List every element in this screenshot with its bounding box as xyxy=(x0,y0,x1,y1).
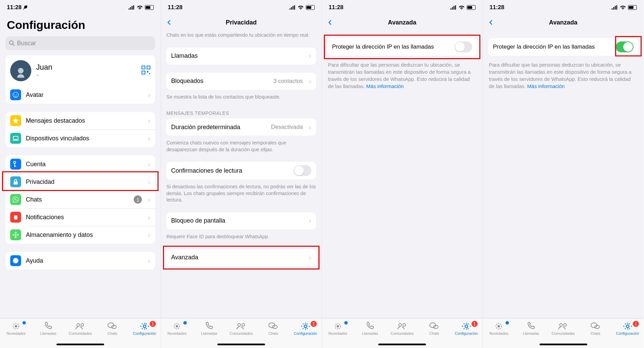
row-notifications[interactable]: Notificaciones › xyxy=(5,208,155,226)
tab-calls[interactable]: Llamadas xyxy=(32,322,64,335)
row-read-receipts[interactable]: Confirmaciones de lectura xyxy=(166,162,316,179)
profile-row[interactable]: Juan ~ xyxy=(5,55,155,86)
row-blocked[interactable]: Bloqueados3 contactos› xyxy=(166,73,316,90)
profile-subtitle: ~ xyxy=(36,72,137,79)
temp-header: MENSAJES TEMPORALES xyxy=(161,109,321,119)
chats-badge: 1 xyxy=(134,195,142,204)
nav-title: Avanzada xyxy=(388,19,416,26)
row-calls[interactable]: Llamadas› xyxy=(166,48,316,65)
row-privacy[interactable]: Privacidad › xyxy=(5,173,155,191)
row-default-duration[interactable]: Duración predeterminadaDesactivada› xyxy=(166,119,316,136)
row-protect-ip[interactable]: Proteger la dirección IP en las llamadas xyxy=(488,38,638,56)
profile-name: Juan xyxy=(36,63,137,72)
tab-communities[interactable]: Comunidades xyxy=(225,322,257,335)
tab-updates[interactable]: Novedades xyxy=(161,322,193,335)
status-bar: 11:28 xyxy=(0,0,161,15)
tab-settings[interactable]: 1Configuración xyxy=(611,322,644,335)
location-footer: Chats en los que estás compartiendo tu u… xyxy=(161,30,321,44)
tab-chats[interactable]: Chats xyxy=(257,322,289,335)
whatsapp-icon xyxy=(10,194,21,205)
protect-ip-toggle-on[interactable] xyxy=(616,41,633,52)
tab-chats[interactable]: Chats xyxy=(579,322,612,335)
tab-updates[interactable]: Novedades xyxy=(0,322,32,335)
more-info-link[interactable]: Más información xyxy=(366,83,404,89)
star-icon xyxy=(10,115,21,126)
tab-settings[interactable]: 1Configuración xyxy=(290,322,321,335)
row-linked-devices[interactable]: Dispositivos vinculados › xyxy=(5,129,155,147)
back-button[interactable] xyxy=(327,16,333,29)
battery-icon xyxy=(145,5,154,10)
tab-updates[interactable]: Novedades xyxy=(322,322,354,335)
tab-communities[interactable]: Comunidades xyxy=(547,322,579,335)
row-advanced[interactable]: Avanzada› xyxy=(166,249,316,266)
laptop-icon xyxy=(10,133,21,144)
storage-icon xyxy=(10,229,21,240)
tab-chats[interactable]: Chats xyxy=(418,322,450,335)
blocked-footer: Se muestra la lista de los contactos que… xyxy=(161,92,321,105)
search-icon xyxy=(9,40,15,46)
row-protect-ip[interactable]: Proteger la dirección IP en las llamadas xyxy=(327,38,477,56)
tab-settings[interactable]: 1Configuración xyxy=(450,322,482,335)
nav-title: Privacidad xyxy=(226,19,257,26)
tab-calls[interactable]: Llamadas xyxy=(515,322,547,335)
row-storage[interactable]: Almacenamiento y datos › xyxy=(5,226,155,244)
row-account[interactable]: Cuenta › xyxy=(5,155,155,173)
wifi-icon xyxy=(137,5,143,10)
search-input[interactable]: Buscar xyxy=(5,36,155,50)
qr-icon[interactable] xyxy=(142,66,150,76)
bell-icon xyxy=(10,212,21,223)
home-indicator xyxy=(56,344,104,345)
protect-ip-toggle-off[interactable] xyxy=(455,41,472,52)
protect-ip-description: Para dificultar que las personas deduzca… xyxy=(322,58,482,94)
page-title: Configuración xyxy=(5,18,155,32)
read-footer: Si desactivas las confirmaciones de lect… xyxy=(161,181,321,208)
nav-header: Privacidad xyxy=(161,15,321,30)
tab-calls[interactable]: Llamadas xyxy=(354,322,386,335)
avatar xyxy=(10,60,31,81)
tab-updates[interactable]: Novedades xyxy=(483,322,515,335)
more-info-link[interactable]: Más información xyxy=(527,83,565,89)
row-starred[interactable]: Mensajes destacados › xyxy=(5,112,155,129)
tab-chats[interactable]: Chats xyxy=(96,322,128,335)
lock-icon xyxy=(10,176,21,187)
row-avatar[interactable]: Avatar › xyxy=(5,86,155,104)
avatar-icon xyxy=(10,89,21,100)
chevron-icon: › xyxy=(148,91,150,99)
info-icon xyxy=(10,255,21,266)
read-receipts-toggle[interactable] xyxy=(294,165,311,176)
row-screen-lock[interactable]: Bloqueo de pantalla› xyxy=(166,212,316,229)
back-button[interactable] xyxy=(166,16,172,29)
tab-settings[interactable]: 1Configuración xyxy=(129,322,161,335)
key-icon xyxy=(10,159,21,170)
tab-communities[interactable]: Comunidades xyxy=(386,322,418,335)
row-help[interactable]: Ayuda › xyxy=(5,252,155,269)
cellular-icon xyxy=(129,5,135,10)
screen-footer: Requerir Face ID para desbloquear WhatsA… xyxy=(161,231,321,245)
nav-title: Avanzada xyxy=(549,19,577,26)
protect-ip-description: Para dificultar que las personas deduzca… xyxy=(483,58,644,94)
back-button[interactable] xyxy=(488,16,494,29)
status-bar: 11:28 xyxy=(161,0,321,15)
temp-footer: Comienza chats nuevos con mensajes tempo… xyxy=(161,138,321,158)
row-chats[interactable]: Chats 1 › xyxy=(5,191,155,208)
tab-communities[interactable]: Comunidades xyxy=(64,322,96,335)
tab-calls[interactable]: Llamadas xyxy=(193,322,225,335)
